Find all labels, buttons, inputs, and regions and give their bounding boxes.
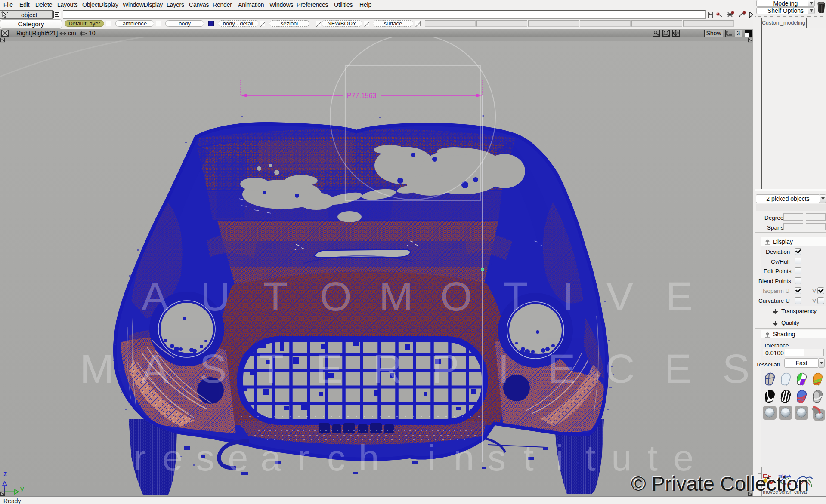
svg-text:C: C	[605, 346, 635, 391]
svg-text:z: z	[3, 470, 7, 478]
svg-text:i: i	[427, 437, 436, 478]
svg-text:E: E	[548, 346, 575, 391]
svg-text:M: M	[379, 274, 413, 319]
svg-text:P77.1563: P77.1563	[347, 92, 377, 99]
svg-text:V: V	[606, 274, 633, 319]
svg-text:S: S	[199, 346, 226, 391]
svg-text:P: P	[432, 346, 459, 391]
svg-text:h: h	[359, 437, 379, 478]
svg-text:n: n	[454, 437, 474, 478]
svg-text:s: s	[196, 437, 215, 478]
svg-text:y: y	[20, 485, 24, 493]
svg-text:u: u	[611, 437, 631, 478]
svg-text:O: O	[320, 274, 352, 319]
svg-text:T: T	[263, 274, 288, 319]
svg-text:r: r	[134, 437, 146, 478]
svg-text:r: r	[297, 437, 309, 478]
svg-text:O: O	[440, 274, 472, 319]
svg-text:I: I	[498, 346, 509, 391]
svg-text:c: c	[327, 437, 346, 478]
svg-text:E: E	[316, 346, 343, 391]
svg-text:s: s	[488, 437, 506, 478]
svg-text:E: E	[665, 274, 693, 319]
svg-text:e: e	[228, 437, 248, 478]
svg-text:T: T	[503, 274, 528, 319]
svg-text:I: I	[563, 274, 574, 319]
svg-text:E: E	[664, 346, 691, 391]
svg-text:A: A	[141, 346, 169, 391]
svg-text:R: R	[373, 346, 402, 391]
svg-text:T: T	[259, 346, 284, 391]
svg-text:S: S	[722, 346, 749, 391]
svg-text:M: M	[80, 346, 114, 391]
svg-text:t: t	[523, 437, 534, 478]
svg-text:U: U	[201, 274, 230, 319]
svg-text:i: i	[556, 437, 564, 478]
svg-text:a: a	[260, 437, 281, 478]
svg-text:e: e	[162, 437, 183, 478]
svg-text:A: A	[141, 274, 169, 319]
svg-text:t: t	[585, 437, 596, 478]
